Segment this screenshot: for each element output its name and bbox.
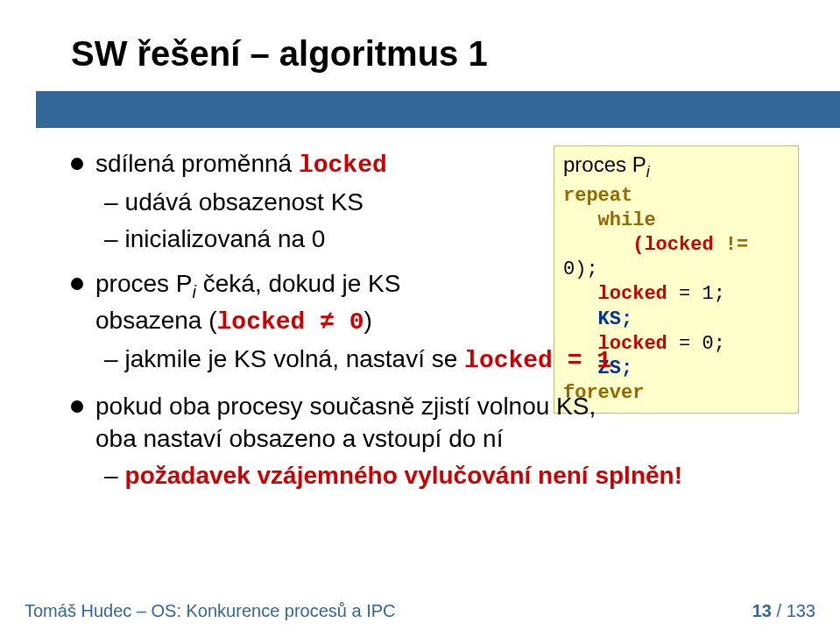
footer-author: Tomáš Hudec – OS: Konkurence procesů a I… xyxy=(25,601,396,621)
footer-page: 13 / 133 xyxy=(752,601,815,621)
footer: Tomáš Hudec – OS: Konkurence procesů a I… xyxy=(0,598,840,623)
bullet-3: pokud oba procesy současně zjistí volnou… xyxy=(71,390,789,457)
bullet-2: proces Pi čeká, dokud je KS obsazena (lo… xyxy=(71,267,789,338)
bullet-icon xyxy=(71,278,83,290)
bullet-icon xyxy=(71,158,83,170)
bullet-1b: – inicializovaná na 0 xyxy=(71,223,789,256)
dash-icon: – xyxy=(104,223,118,256)
dash-icon: – xyxy=(104,186,118,219)
bullet-2a: – jakmile je KS volná, nastaví se locked… xyxy=(71,343,789,378)
slide: SW řešení – algoritmus 1 proces Pi repea… xyxy=(0,0,840,630)
bullet-1a: – udává obsazenost KS xyxy=(71,186,789,219)
bullet-1: sdílená proměnná locked xyxy=(71,147,789,182)
page-title: SW řešení – algoritmus 1 xyxy=(71,6,488,82)
dash-icon: – xyxy=(104,343,118,376)
accent-bar xyxy=(36,91,840,128)
content: sdílená proměnná locked – udává obsazeno… xyxy=(71,144,789,496)
bullet-3a: – požadavek vzájemného vylučování není s… xyxy=(71,459,789,492)
header: SW řešení – algoritmus 1 xyxy=(71,0,840,88)
dash-icon: – xyxy=(104,459,118,492)
bullet-icon xyxy=(71,400,83,413)
